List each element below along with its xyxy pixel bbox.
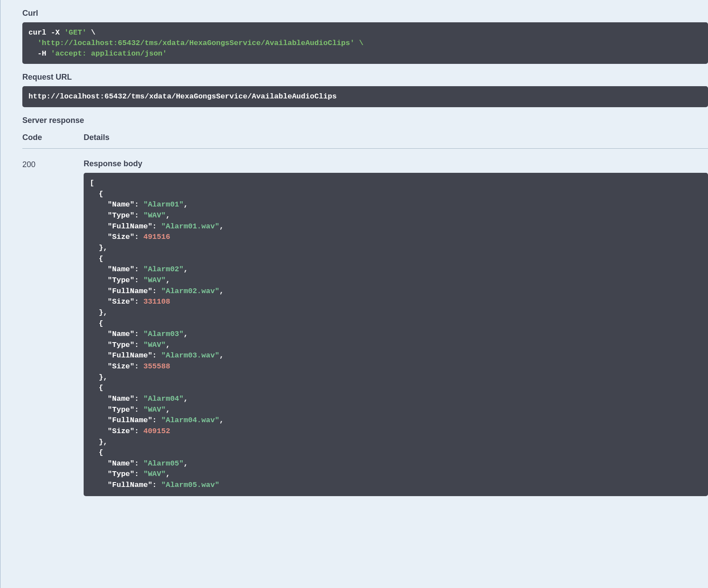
code-column-header: Code	[22, 133, 84, 142]
server-response-label: Server response	[22, 116, 708, 125]
status-code: 200	[22, 159, 84, 496]
request-url-value: http://localhost:65432/tms/xdata/HexaGon…	[28, 92, 337, 101]
request-url-label: Request URL	[22, 73, 708, 82]
response-body-block[interactable]: [ { "Name": "Alarm01", "Type": "WAV", "F…	[84, 173, 708, 496]
response-details: Response body [ { "Name": "Alarm01", "Ty…	[84, 159, 708, 496]
swagger-response-panel: Curl curl -X 'GET' \ 'http://localhost:6…	[0, 0, 708, 496]
curl-code-block[interactable]: curl -X 'GET' \ 'http://localhost:65432/…	[22, 22, 708, 64]
response-table-header: Code Details	[22, 133, 708, 149]
details-column-header: Details	[84, 133, 109, 142]
response-row: 200 Response body [ { "Name": "Alarm01",…	[22, 159, 708, 496]
curl-label: Curl	[22, 9, 708, 18]
response-body-label: Response body	[84, 159, 708, 168]
request-url-block[interactable]: http://localhost:65432/tms/xdata/HexaGon…	[22, 86, 708, 107]
